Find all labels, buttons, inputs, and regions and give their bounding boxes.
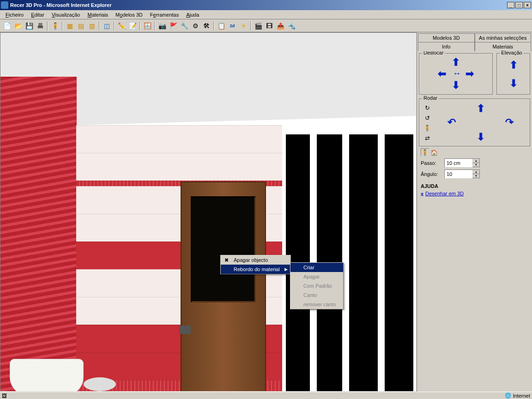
minimize-button[interactable]: _ xyxy=(507,2,514,8)
move-up-icon[interactable]: ⬆ xyxy=(452,56,460,68)
move-center-icon[interactable]: ↔ xyxy=(453,69,459,79)
tool3-icon[interactable]: 🛠 xyxy=(201,21,212,31)
window-title: Recer 3D Pro - Microsoft Internet Explor… xyxy=(10,2,507,8)
export-icon[interactable]: 📤 xyxy=(275,21,285,31)
ctx-item-label: Criar xyxy=(303,265,314,270)
globe-icon: 🌐 xyxy=(505,393,511,399)
rot-up-icon[interactable]: ⬆ xyxy=(477,103,485,115)
passo-spinbox[interactable]: ▲▼ xyxy=(444,158,480,168)
view-person-icon[interactable]: 🧍 xyxy=(421,148,429,157)
rot-down-icon[interactable]: ⬇ xyxy=(477,131,485,143)
window-icon[interactable]: 🪟 xyxy=(142,21,152,31)
angulo-input[interactable] xyxy=(445,170,472,178)
movie-icon[interactable]: 🎬 xyxy=(253,21,263,31)
ctx-item-label: Canto xyxy=(303,292,317,298)
app-icon xyxy=(1,1,8,9)
rot-mode-2-icon[interactable]: ↺ xyxy=(423,114,431,122)
menu-editar[interactable]: Editar xyxy=(27,11,48,18)
tab-selecoes[interactable]: As minhas selecções xyxy=(475,33,532,42)
ctx-sub-criar[interactable]: Criar xyxy=(290,263,343,272)
camera-icon[interactable]: 📷 xyxy=(157,21,167,31)
menu-materiais[interactable]: Materiais xyxy=(84,11,112,18)
new-icon[interactable]: 📄 xyxy=(2,21,12,31)
submenu-arrow-icon: ▶ xyxy=(284,267,288,272)
ctx-item-label: Rebordo do material xyxy=(234,266,280,272)
group-rodar: Rodar ↻ ↺ 🧍 ⇄ ⬆ ↶ ↷ ⬇ xyxy=(419,98,530,146)
passo-input[interactable] xyxy=(445,159,472,167)
context-submenu: Criar Apagar Com Padrão Canto remover ca… xyxy=(290,262,344,309)
ctx-item-label: Apagar xyxy=(303,274,320,279)
spin-down-icon[interactable]: ▼ xyxy=(472,174,480,178)
group-label: Elevação xyxy=(500,50,523,55)
angulo-spinbox[interactable]: ▲▼ xyxy=(444,169,480,179)
ctx-item-label: Com Padrão xyxy=(303,283,332,289)
ctx-sub-apagar: Apagar xyxy=(290,272,343,281)
toolbar: 📄 📂 💾 🖶 🧍 ▦ ▤ ▥ ◫ ✏️ 📝 🪟 📷 🚩 🔧 ⚙ 🛠 📋 2d … xyxy=(0,19,532,32)
menu-ficheiro[interactable]: Ficheiro xyxy=(2,11,27,18)
view-home-icon[interactable]: 🏠 xyxy=(430,148,438,157)
ctx-item-label: Apagar objecto xyxy=(234,257,268,263)
tool2-icon[interactable]: ⚙ xyxy=(190,21,200,31)
open-icon[interactable]: 📂 xyxy=(13,21,23,31)
ctx-sub-com-padrao: Com Padrão xyxy=(290,281,343,290)
status-bar: 🖼 🌐Internet xyxy=(0,392,532,399)
ctx-apagar-objecto[interactable]: ✖ Apagar objecto xyxy=(221,255,290,265)
rot-mode-4-icon[interactable]: ⇄ xyxy=(423,134,431,142)
film-icon[interactable]: 🎞 xyxy=(264,21,274,31)
tab-modelos3d[interactable]: Modelos 3D xyxy=(418,33,475,42)
close-button[interactable]: × xyxy=(524,2,531,8)
move-left-icon[interactable]: ⬅ xyxy=(438,68,446,80)
flag-icon[interactable]: 🚩 xyxy=(168,21,178,31)
edit-icon[interactable]: 📝 xyxy=(127,21,138,31)
maximize-button[interactable]: □ xyxy=(515,2,523,8)
3d-viewport[interactable]: ✖ Apagar objecto Rebordo do material ▶ C… xyxy=(0,32,417,392)
grid1-icon[interactable]: ▦ xyxy=(65,21,75,31)
tab-info[interactable]: Info xyxy=(418,42,475,51)
rot-mode-3-icon[interactable]: 🧍 xyxy=(423,124,431,132)
ctx-rebordo-material[interactable]: Rebordo do material ▶ xyxy=(221,265,290,274)
group-label: Rodar xyxy=(422,95,439,101)
move-right-icon[interactable]: ➡ xyxy=(466,68,474,80)
help-header: AJUDA xyxy=(421,183,528,189)
doc-icon[interactable]: 📋 xyxy=(216,21,226,31)
group-elevacao: Elevação ⬆ ⬇ xyxy=(496,53,530,95)
sun-icon[interactable]: ☀ xyxy=(238,21,248,31)
rot-right-icon[interactable]: ↷ xyxy=(505,116,514,128)
group-deslocar: Deslocar ⬆ ⬅ ↔ ➡ ⬇ xyxy=(419,53,493,95)
spin-up-icon[interactable]: ▲ xyxy=(472,159,480,163)
elev-down-icon[interactable]: ⬇ xyxy=(509,78,518,90)
menu-ferramentas[interactable]: Ferramentas xyxy=(146,11,182,18)
angulo-label: Ângulo: xyxy=(421,171,441,177)
rot-left-icon[interactable]: ↶ xyxy=(447,116,456,128)
spin-up-icon[interactable]: ▲ xyxy=(472,170,480,174)
rot-mode-1-icon[interactable]: ↻ xyxy=(423,103,431,112)
spin-down-icon[interactable]: ▼ xyxy=(472,163,480,167)
status-left: 🖼 xyxy=(2,393,7,399)
side-panel: Modelos 3D As minhas selecções Info Mate… xyxy=(417,32,532,392)
grid2-icon[interactable]: ▤ xyxy=(76,21,86,31)
help-link-desenhar-3d[interactable]: Desenhar em 3D xyxy=(421,191,528,196)
context-menu: ✖ Apagar objecto Rebordo do material ▶ xyxy=(220,255,291,274)
passo-label: Passo: xyxy=(421,160,441,166)
menu-visualizacao[interactable]: Visualização xyxy=(48,11,84,18)
title-bar: Recer 3D Pro - Microsoft Internet Explor… xyxy=(0,0,532,10)
status-zone: Internet xyxy=(513,393,530,399)
pencil-icon[interactable]: ✏️ xyxy=(116,21,127,31)
grid3-icon[interactable]: ▥ xyxy=(87,21,97,31)
ctx-item-label: remover canto xyxy=(303,302,336,307)
delete-icon: ✖ xyxy=(223,257,230,263)
person-icon[interactable]: 🧍 xyxy=(50,21,60,31)
menu-bar: Ficheiro Editar Visualização Materiais M… xyxy=(0,10,532,19)
move-down-icon[interactable]: ⬇ xyxy=(452,79,460,91)
ctx-sub-canto: Canto xyxy=(290,290,343,300)
layout-icon[interactable]: ◫ xyxy=(102,21,112,31)
menu-ajuda[interactable]: Ajuda xyxy=(182,11,203,18)
elev-up-icon[interactable]: ⬆ xyxy=(509,59,518,71)
tool1-icon[interactable]: 🔧 xyxy=(179,21,189,31)
save-icon[interactable]: 💾 xyxy=(24,21,34,31)
settings-icon[interactable]: 🔩 xyxy=(286,21,296,31)
print-icon[interactable]: 🖶 xyxy=(35,21,45,31)
menu-modelos3d[interactable]: Modelos 3D xyxy=(112,11,146,18)
ctx-sub-remover-canto: remover canto xyxy=(290,300,343,309)
2d-icon[interactable]: 2d xyxy=(227,21,237,31)
